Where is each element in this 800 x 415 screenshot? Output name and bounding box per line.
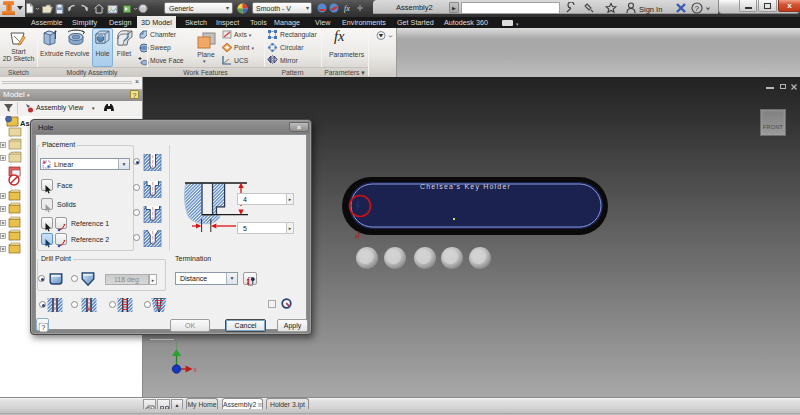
- svg-text:▮▮: ▮▮: [355, 234, 359, 239]
- svg-text:Sign In: Sign In: [639, 5, 662, 14]
- svg-text:As: As: [20, 119, 30, 128]
- svg-text:x: x: [194, 366, 198, 373]
- svg-text:?: ?: [695, 4, 700, 13]
- svg-text:Chelsea's Key Holder: Chelsea's Key Holder: [420, 183, 511, 191]
- svg-text:fx: fx: [344, 4, 350, 13]
- svg-text:?: ?: [41, 323, 45, 332]
